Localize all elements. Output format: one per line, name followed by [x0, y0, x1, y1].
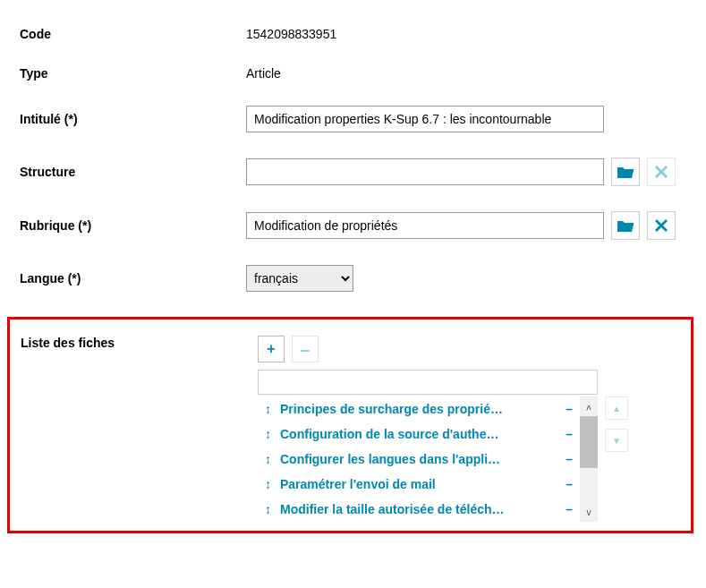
list-item-label: Principes de surcharge des proprié… [280, 402, 557, 416]
structure-clear-button[interactable] [647, 158, 676, 186]
list-item-label: Configuration de la source d'authe… [280, 427, 557, 441]
chevron-up-icon: ʌ [586, 402, 591, 412]
rubrique-browse-button[interactable] [611, 211, 640, 240]
scrollbar[interactable]: ʌ v [580, 396, 598, 522]
list-item-label: Paramétrer l'envoi de mail [280, 477, 557, 491]
list-item[interactable]: ↕ Configuration de la source d'authe… – [258, 422, 580, 447]
label-rubrique: Rubrique (*) [18, 218, 246, 233]
fiches-list: ↕ Principes de surcharge des proprié… – … [258, 396, 580, 522]
scroll-up-button[interactable]: ʌ [580, 396, 598, 416]
intitule-input[interactable] [246, 106, 604, 132]
fiches-filter-input[interactable] [258, 370, 598, 395]
minus-icon: – [300, 339, 310, 360]
rubrique-input[interactable] [246, 212, 604, 239]
list-item[interactable]: ↕ Configurer les langues dans l'appli… – [258, 447, 580, 472]
scroll-thumb[interactable] [580, 416, 598, 468]
remove-item-button[interactable]: – [566, 402, 573, 416]
list-item-label: Modifier la taille autorisée de téléch… [280, 502, 557, 516]
arrow-down-icon: ▼ [612, 436, 621, 446]
drag-icon[interactable]: ↕ [265, 477, 271, 491]
folder-icon [617, 166, 634, 178]
chevron-down-icon: v [587, 507, 591, 517]
label-liste-fiches: Liste des fiches [19, 336, 258, 522]
arrow-up-icon: ▲ [612, 404, 621, 413]
folder-icon [617, 219, 634, 232]
remove-item-button[interactable]: – [566, 452, 573, 466]
value-type: Article [246, 66, 281, 81]
liste-fiches-section: Liste des fiches + – ↕ Prin [7, 317, 693, 533]
close-icon [655, 219, 668, 232]
value-code: 1542098833951 [246, 27, 336, 41]
move-up-button[interactable]: ▲ [605, 396, 628, 420]
label-type: Type [18, 66, 246, 81]
add-fiche-button[interactable]: + [258, 336, 285, 362]
remove-item-button[interactable]: – [566, 502, 573, 516]
label-intitule: Intitulé (*) [18, 112, 246, 126]
drag-icon[interactable]: ↕ [265, 452, 271, 466]
remove-fiche-button[interactable]: – [292, 336, 319, 362]
drag-icon[interactable]: ↕ [265, 427, 271, 441]
label-langue: Langue (*) [18, 271, 246, 285]
structure-input[interactable] [246, 158, 604, 185]
list-item[interactable]: ↕ Paramétrer l'envoi de mail – [258, 472, 580, 497]
remove-item-button[interactable]: – [566, 477, 573, 491]
list-item-label: Configurer les langues dans l'appli… [280, 452, 557, 466]
drag-icon[interactable]: ↕ [265, 402, 271, 416]
plus-icon: + [267, 341, 275, 357]
rubrique-clear-button[interactable] [647, 211, 676, 240]
scroll-down-button[interactable]: v [580, 502, 598, 522]
structure-browse-button[interactable] [611, 158, 640, 186]
close-icon [655, 166, 668, 178]
list-item[interactable]: ↕ Modifier la taille autorisée de téléch… [258, 497, 580, 522]
langue-select[interactable]: français [246, 265, 353, 292]
move-down-button[interactable]: ▼ [605, 429, 628, 452]
label-structure: Structure [18, 165, 246, 179]
remove-item-button[interactable]: – [566, 427, 573, 441]
label-code: Code [18, 27, 246, 41]
list-item[interactable]: ↕ Principes de surcharge des proprié… – [258, 396, 580, 422]
drag-icon[interactable]: ↕ [265, 502, 271, 516]
scroll-track[interactable] [580, 416, 598, 502]
